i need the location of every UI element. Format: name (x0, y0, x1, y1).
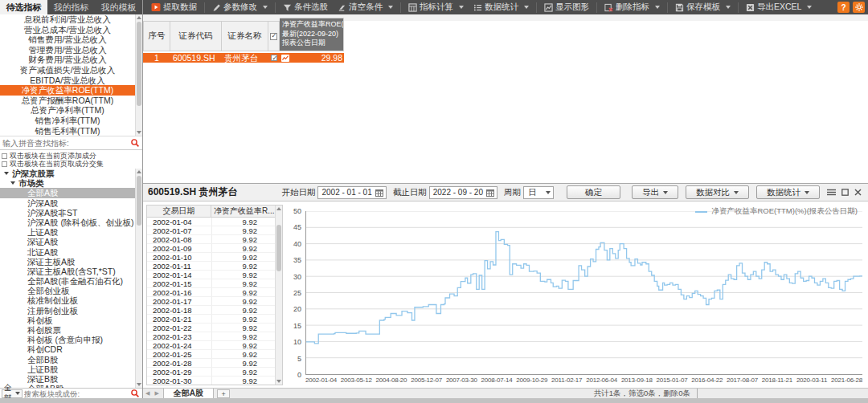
scrollbar-thumb[interactable] (137, 22, 141, 106)
indicator-item[interactable]: 销售净利率(TTM) (0, 116, 135, 126)
scroll-up-icon[interactable] (137, 170, 141, 173)
tree-item[interactable]: 深证主板A股 (0, 257, 135, 267)
tree-item[interactable]: 科创CDR (0, 344, 135, 354)
tree-item[interactable]: 上证A股 (0, 227, 135, 237)
indicator-item[interactable]: EBITDA/营业总收入 (0, 75, 135, 86)
calendar-icon[interactable] (486, 189, 494, 197)
detail-table-row[interactable]: 2002-01-239.92 (147, 332, 275, 341)
data-stats-button[interactable]: 数据统计 (469, 0, 534, 14)
option-intersect-components[interactable]: 双击板块在当前页取成分交集 (2, 160, 142, 168)
detail-table-row[interactable]: 2002-01-179.92 (147, 297, 275, 306)
scrollbar-thumb[interactable] (137, 176, 141, 226)
option-add-components[interactable]: 双击板块在当前页添加成分 (2, 152, 142, 160)
detail-table-row[interactable]: 2002-01-229.92 (147, 324, 275, 332)
calendar-icon[interactable] (375, 189, 383, 197)
tree-item[interactable]: 深证B股 (0, 374, 135, 384)
indicator-item[interactable]: 总资产净利率(TTM) (0, 105, 135, 116)
detail-table-row[interactable]: 2002-01-109.92 (147, 253, 275, 262)
indicator-calc-button[interactable]: 指标计算 (403, 0, 469, 14)
export-button[interactable]: 导出 (632, 185, 678, 199)
delete-indicator-button[interactable]: 删除指标 (600, 0, 665, 14)
tree-item[interactable]: 核准制创业板 (0, 295, 135, 305)
detail-table-row[interactable]: 2002-01-289.92 (147, 359, 275, 368)
tree-root[interactable]: 沪深京股票 (0, 169, 142, 178)
show-chart-button[interactable]: 显示图形 (539, 0, 594, 14)
indicator-item[interactable]: 财务费用/营业总收入 (0, 55, 135, 65)
checkbox-icon[interactable] (2, 153, 7, 159)
detail-table-row[interactable]: 2002-01-119.92 (147, 262, 275, 271)
tree-item[interactable]: 沪深A股 (除科创板、创业板) (0, 218, 135, 227)
tab-pending-indicators[interactable]: 待选指标 (0, 0, 47, 14)
tree-item[interactable]: 沪深A股非ST (0, 208, 135, 218)
detail-table-row[interactable]: 2002-01-189.92 (147, 306, 275, 315)
chevron-down-icon[interactable] (655, 6, 660, 9)
scrollbar-thumb[interactable] (276, 225, 281, 271)
tab-scroll-left-icon[interactable]: ◀ (143, 390, 152, 397)
column-header-name[interactable]: 证券名称 (222, 21, 268, 51)
checkbox-icon[interactable] (2, 161, 7, 167)
end-date-input[interactable]: 2022 - 09 - 20 (429, 186, 497, 199)
column-header-indicator[interactable]: 净资产收益率ROE(... 最新(2022-09-20) 报表公告日期 (280, 18, 344, 51)
detail-table-row[interactable]: 2002-01-309.92 (147, 377, 275, 385)
modify-params-button[interactable]: 参数修改 (207, 0, 272, 14)
tree-item[interactable]: 注册制创业板 (0, 306, 135, 315)
detail-table-row[interactable]: 2002-01-099.92 (147, 244, 275, 253)
close-icon[interactable] (854, 189, 862, 196)
scroll-up-icon[interactable] (137, 16, 141, 19)
detail-col-date[interactable]: 交易日期 (147, 206, 211, 217)
indicator-item[interactable]: 管理费用/营业总收入 (0, 45, 135, 55)
search-icon[interactable] (130, 389, 140, 398)
tree-item[interactable]: 科创股票 (0, 325, 135, 335)
detail-table-row[interactable]: 2002-01-259.92 (147, 350, 275, 359)
detail-table-scrollbar[interactable] (275, 206, 282, 385)
indicator-search-input[interactable] (0, 139, 130, 148)
add-sheet-button[interactable]: + (217, 389, 230, 398)
detail-table-row[interactable]: 2002-01-299.92 (147, 368, 275, 377)
indicator-item[interactable]: 息税前利润/营业总收入 (0, 14, 135, 25)
data-compare-button[interactable]: 数据对比 (686, 185, 749, 199)
tree-scrollbar[interactable] (135, 169, 142, 388)
stock-filter-button[interactable]: 条件选股 (278, 0, 333, 14)
help-button[interactable]: ? (837, 2, 850, 13)
tree-item[interactable]: 深证A股 (0, 237, 135, 246)
indicator-item[interactable]: 总资产报酬率ROA(TTM) (0, 96, 135, 106)
tree-item[interactable]: 科创板 (含意向申报) (0, 335, 135, 344)
indicator-item[interactable]: 销售费用/营业总收入 (0, 35, 135, 45)
tab-my-templates[interactable]: 我的模板 (95, 0, 142, 14)
scroll-down-icon[interactable] (137, 131, 141, 134)
board-search-input[interactable] (24, 389, 130, 398)
detail-col-value[interactable]: 净资产收益率R... (211, 206, 276, 217)
collapse-icon[interactable] (10, 181, 15, 185)
clear-conditions-button[interactable]: 清空条件 (333, 0, 398, 14)
tree-item[interactable]: 全部A股(非金融石油石化) (0, 276, 135, 286)
column-header-checkbox[interactable] (268, 21, 280, 51)
collapse-icon[interactable] (4, 172, 9, 175)
tree-group[interactable]: 市场类 (0, 178, 142, 188)
tree-item[interactable]: 上证B股 (0, 364, 135, 374)
indicator-item[interactable]: 营业总成本/营业总收入 (0, 25, 135, 35)
period-select[interactable]: 日 (523, 186, 554, 199)
detail-table-row[interactable]: 2002-01-079.92 (147, 226, 275, 235)
tree-item[interactable]: 科创板 (0, 315, 135, 325)
start-date-input[interactable]: 2002 - 01 - 01 (317, 186, 386, 199)
tree-item[interactable]: 北证A股 (0, 247, 135, 257)
chevron-down-icon[interactable] (459, 6, 464, 9)
tree-item[interactable]: 全部B股 (0, 355, 135, 364)
indicator-item[interactable]: 资产减值损失/营业总收入 (0, 65, 135, 75)
tab-my-indicators[interactable]: 我的指标 (47, 0, 95, 14)
row-value-cell[interactable]: 29.98 (280, 53, 344, 63)
maximize-icon[interactable] (841, 189, 849, 196)
indicator-item[interactable]: 销售毛利率(TTM) (0, 126, 135, 136)
detail-table-row[interactable]: 2002-01-149.92 (147, 271, 275, 279)
tree-item[interactable]: 全部创业板 (0, 286, 135, 295)
detail-table-row[interactable]: 2002-01-049.92 (147, 218, 275, 226)
detail-table-row[interactable]: 2002-01-089.92 (147, 235, 275, 244)
confirm-button[interactable]: 确定 (567, 185, 620, 199)
chevron-down-icon[interactable] (807, 6, 812, 9)
tree-item[interactable]: 全部A股 (0, 188, 135, 197)
sheet-tab-all-a[interactable]: 全部A股 (163, 389, 214, 399)
detail-table-row[interactable]: 2002-01-249.92 (147, 341, 275, 350)
extract-data-button[interactable]: 提取数据 (146, 0, 202, 14)
detail-table-row[interactable]: 2002-01-219.92 (147, 315, 275, 324)
detail-table-row[interactable]: 2002-01-169.92 (147, 288, 275, 297)
